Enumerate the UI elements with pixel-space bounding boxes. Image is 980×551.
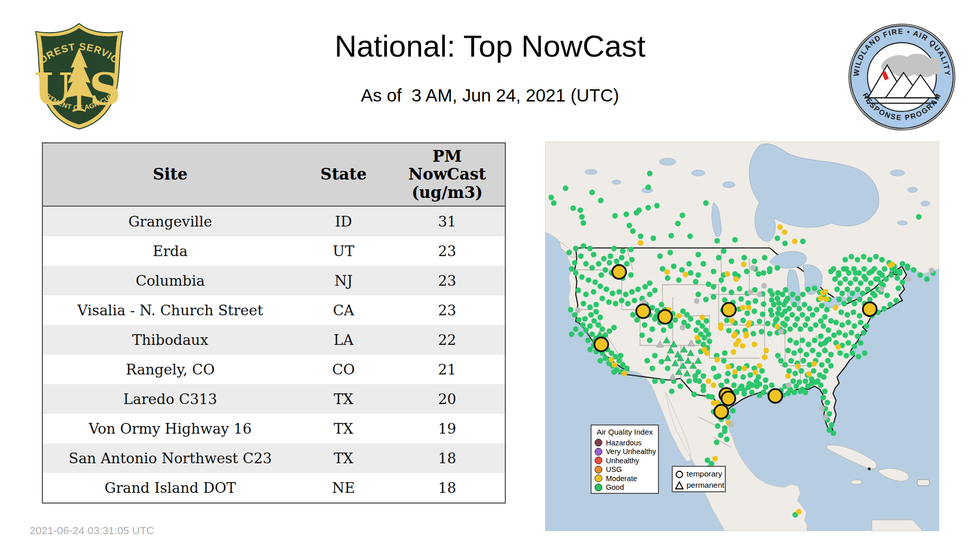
- monitor-dot-good: [798, 327, 803, 332]
- monitor-dot-good: [624, 366, 630, 371]
- monitor-dot-good: [895, 276, 900, 281]
- monitor-dot-good: [831, 266, 837, 272]
- monitor-dot-good: [741, 374, 746, 380]
- monitor-dot-good: [852, 323, 857, 329]
- monitor-dot-moderate: [741, 262, 747, 267]
- monitor-dot-good: [722, 350, 728, 356]
- monitor-dot-moderate: [888, 263, 894, 268]
- monitor-dot-good: [701, 384, 706, 389]
- monitor-dot-good: [767, 331, 773, 337]
- monitor-dot-good: [601, 256, 607, 262]
- aqi-legend-label: USG: [606, 465, 622, 473]
- monitor-dot-good: [800, 239, 806, 244]
- monitor-dot-nodata: [819, 406, 825, 411]
- monitor-dot-good: [569, 266, 575, 272]
- monitor-dot-good: [847, 297, 852, 303]
- monitor-dot-good: [572, 260, 578, 266]
- map-jamaica: [851, 480, 862, 485]
- monitor-dot-good: [692, 392, 697, 397]
- monitor-dot-good: [647, 171, 653, 177]
- monitor-dot-moderate: [757, 363, 763, 369]
- monitor-dot-good: [646, 205, 651, 211]
- monitor-dot-good: [650, 366, 655, 371]
- monitor-dot-good: [760, 312, 766, 317]
- monitor-dot-good: [778, 358, 784, 364]
- monitor-dot-good: [835, 287, 840, 292]
- monitor-dot-good: [657, 254, 663, 259]
- monitor-dot-good: [770, 292, 775, 297]
- value-cell: 18: [389, 473, 505, 503]
- monitor-dot-good: [782, 362, 788, 368]
- site-cell: Visalia - N. Church Street: [42, 295, 298, 325]
- monitor-dot-good: [730, 408, 736, 414]
- monitor-dot-moderate: [744, 333, 749, 339]
- monitor-dot-nodata: [762, 283, 767, 289]
- monitor-dot-good: [790, 292, 796, 297]
- monitor-dot-good: [647, 292, 653, 297]
- monitor-dot-good: [855, 334, 861, 339]
- top-site-ring: [715, 405, 728, 419]
- monitor-dot-good: [589, 312, 594, 318]
- monitor-dot-good: [840, 322, 845, 328]
- monitor-dot-good: [651, 236, 656, 241]
- monitor-dot-good: [822, 314, 828, 320]
- monitor-dot-good: [612, 213, 618, 219]
- monitor-dot-good: [865, 287, 871, 292]
- monitor-dot-moderate: [733, 277, 739, 282]
- monitor-dot-good: [775, 296, 780, 302]
- monitor-dot-good: [668, 250, 673, 256]
- state-cell: TX: [298, 384, 389, 414]
- monitor-dot-moderate: [695, 335, 700, 341]
- aqi-legend-item: Good: [595, 483, 655, 492]
- monitor-dot-good: [627, 223, 632, 229]
- monitor-dot-good: [706, 394, 712, 399]
- monitor-dot-good: [811, 368, 817, 374]
- monitor-dot-good: [804, 352, 810, 358]
- monitor-dot-good: [752, 309, 757, 314]
- value-cell: 19: [389, 414, 505, 443]
- monitor-dot-good: [905, 265, 911, 271]
- aqi-legend-label: Good: [606, 483, 624, 491]
- monitor-dot-good: [752, 259, 757, 264]
- monitor-dot-good: [843, 277, 848, 282]
- table-header-row: Site State PM NowCast (ug/m3): [42, 143, 505, 206]
- monitor-dot-good: [800, 312, 805, 318]
- monitor-dot-good: [611, 246, 617, 252]
- monitor-dot-nodata: [778, 329, 784, 335]
- monitor-dot-good: [634, 317, 640, 323]
- monitor-dot-good: [592, 318, 597, 324]
- monitor-dot-good: [701, 373, 706, 379]
- monitor-dot-good: [665, 276, 671, 281]
- monitor-dot-good: [645, 358, 650, 364]
- monitor-dot-nodata: [729, 422, 734, 428]
- monitor-dot-good: [607, 329, 612, 334]
- monitor-dot-moderate: [711, 400, 717, 406]
- monitor-dot-moderate: [612, 362, 618, 368]
- col-header-state: State: [298, 143, 389, 206]
- monitor-dot-good: [823, 368, 829, 374]
- monitor-dot-good: [596, 261, 602, 267]
- aqi-legend-item: Unhealthy: [595, 456, 655, 465]
- aqi-map: Air Quality Index HazardousVery Unhealth…: [545, 141, 939, 531]
- table-row: Grand Island DOTNE18: [42, 473, 505, 503]
- monitor-dot-moderate: [609, 357, 615, 363]
- monitor-dot-moderate: [718, 322, 724, 328]
- monitor-dot-good: [924, 277, 930, 282]
- monitor-dot-nodata: [757, 292, 763, 297]
- monitor-dot-good: [623, 292, 629, 297]
- value-cell: 21: [389, 355, 505, 384]
- monitor-dot-good: [582, 316, 588, 322]
- monitor-dot-good: [807, 306, 813, 312]
- monitor-dot-good: [646, 185, 651, 190]
- monitor-dot-good: [894, 298, 899, 304]
- monitor-dot-good: [858, 320, 864, 325]
- monitor-dot-good: [719, 278, 724, 283]
- monitor-dot-good: [647, 338, 653, 343]
- aqi-legend-item: USG: [595, 465, 655, 474]
- monitor-dot-good: [744, 269, 750, 274]
- state-cell: CA: [298, 295, 389, 325]
- top-site-ring: [612, 265, 626, 279]
- monitor-dot-good: [643, 284, 648, 290]
- monitor-dot-good: [862, 266, 867, 272]
- monitor-dot-good: [599, 272, 604, 278]
